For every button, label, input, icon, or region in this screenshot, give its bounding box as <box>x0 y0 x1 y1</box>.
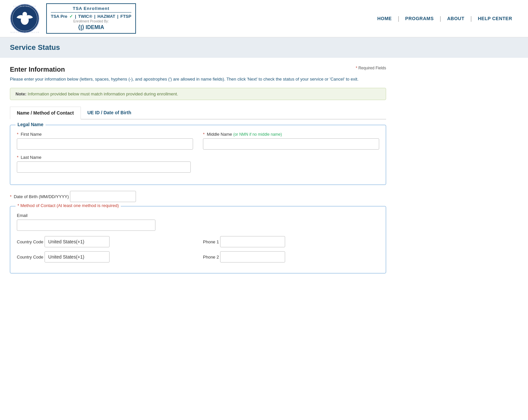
name-row-2: * Last Name <box>17 155 379 173</box>
nav-about[interactable]: ABOUT <box>441 16 470 21</box>
legal-name-legend: Legal Name <box>16 122 46 127</box>
brand-programs: TSA Pre✓ | TWIC® | HAZMAT | FTSP <box>51 14 131 19</box>
required-note: * Required Fields <box>356 66 386 70</box>
page-title-bar: Service Status <box>0 37 528 58</box>
email-label: Email <box>17 213 155 218</box>
header: TRANSPORTATION SECURITY ADMINISTRATION T… <box>0 0 528 37</box>
idemia-icon: ⟨|⟩ <box>78 24 84 31</box>
first-name-input[interactable] <box>17 138 193 150</box>
country-code-1-group: Country Code <box>17 236 193 247</box>
note-box: Note: Information provided below must ma… <box>10 88 386 100</box>
tab-ueid-dob[interactable]: UE ID / Date of Birth <box>81 107 138 120</box>
phone2-input[interactable] <box>220 251 285 262</box>
legal-name-section: Legal Name * First Name * Middle Name (o… <box>10 125 386 185</box>
idemia-brand: ⟨|⟩ IDEMIA <box>78 24 104 31</box>
section-header: Enter Information * Required Fields <box>10 66 386 73</box>
main-nav: HOME | PROGRAMS | ABOUT | HELP CENTER <box>371 15 518 22</box>
last-name-req: * <box>17 155 18 160</box>
phone1-row: Country Code Phone 1 <box>17 236 379 247</box>
dob-group: * Date of Birth (MM/DD/YYYY) <box>10 191 386 202</box>
nav-programs[interactable]: PROGRAMS <box>399 16 440 21</box>
dob-label: * Date of Birth (MM/DD/YYYY) <box>10 194 70 199</box>
page-title: Service Status <box>10 43 518 52</box>
enrollment-by-label: Enrollment Provided By: <box>73 19 109 23</box>
note-label: Note: <box>16 91 26 96</box>
form-section-title: Enter Information <box>10 66 65 73</box>
middle-name-req: * <box>203 132 205 137</box>
nav-help-center[interactable]: HELP CENTER <box>472 16 518 21</box>
middle-name-group: * Middle Name (or NMN if no middle name) <box>203 132 379 150</box>
nav-home[interactable]: HOME <box>371 16 398 21</box>
country-code-2-label: Country Code <box>17 255 43 260</box>
first-name-group: * First Name <box>17 132 193 150</box>
note-text: Information provided below must match in… <box>28 91 178 96</box>
tsa-logo: TRANSPORTATION SECURITY ADMINISTRATION <box>10 4 40 33</box>
first-name-req: * <box>17 132 18 137</box>
required-note-text: Required Fields <box>358 66 386 70</box>
middle-name-label: * Middle Name (or NMN if no middle name) <box>203 132 379 137</box>
email-group: Email <box>17 213 155 231</box>
dob-req: * <box>10 194 12 199</box>
tsa-pre-label: TSA Pre <box>51 14 67 19</box>
dob-input[interactable] <box>70 191 136 202</box>
phone1-group: Phone 1 <box>203 236 379 247</box>
middle-name-hint: (or NMN if no middle name) <box>233 132 282 137</box>
country-code-2-group: Country Code <box>17 251 193 262</box>
method-section-legend: * Method of Contact (At least one method… <box>16 203 121 208</box>
phone2-label: Phone 2 <box>203 255 219 260</box>
phone1-input[interactable] <box>220 236 285 247</box>
middle-name-input[interactable] <box>203 138 379 150</box>
ftsp-label: FTSP <box>120 14 131 19</box>
country-code-1-label: Country Code <box>17 239 43 244</box>
idemia-label: IDEMIA <box>86 24 104 30</box>
instruction-text: Please enter your information below (let… <box>10 76 386 83</box>
svg-text:ADMINISTRATION: ADMINISTRATION <box>13 5 36 7</box>
form-tabs: Name / Method of Contact UE ID / Date of… <box>10 107 386 120</box>
last-name-input[interactable] <box>17 161 191 173</box>
tab-name-method[interactable]: Name / Method of Contact <box>10 107 81 120</box>
first-name-label: * First Name <box>17 132 193 137</box>
name-row-1: * First Name * Middle Name (or NMN if no… <box>17 132 379 150</box>
checkmark: ✓ <box>69 14 73 19</box>
svg-point-3 <box>22 12 27 17</box>
hazmat-label: HAZMAT <box>97 14 115 19</box>
country-code-2-input[interactable] <box>45 251 110 262</box>
svg-text:TRANSPORTATION SECURITY: TRANSPORTATION SECURITY <box>10 31 40 33</box>
brand-box: TSA Enrollment TSA Pre✓ | TWIC® | HAZMAT… <box>46 3 136 34</box>
phone1-label: Phone 1 <box>203 239 219 244</box>
brand-top-label: TSA Enrollment <box>51 6 131 13</box>
twic-label: TWIC® <box>78 14 92 19</box>
email-input[interactable] <box>17 220 155 231</box>
phone2-group: Phone 2 <box>203 251 379 262</box>
last-name-label: * Last Name <box>17 155 191 160</box>
method-of-contact-section: * Method of Contact (At least one method… <box>10 206 386 273</box>
method-legend-text: * Method of Contact (At least one method… <box>17 203 119 208</box>
main-content: Enter Information * Required Fields Plea… <box>0 58 396 281</box>
country-code-1-input[interactable] <box>45 236 110 247</box>
phone2-row: Country Code Phone 2 <box>17 251 379 262</box>
last-name-group: * Last Name <box>17 155 191 173</box>
